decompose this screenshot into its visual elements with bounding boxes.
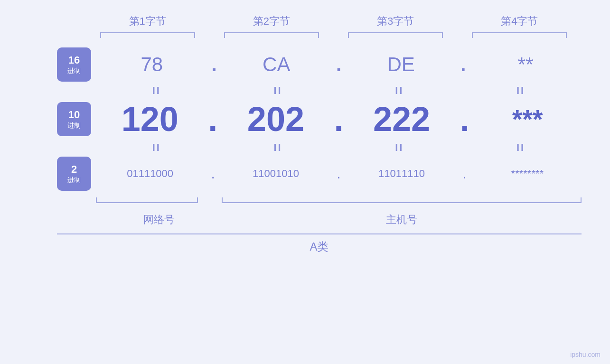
eq2-b2: II bbox=[231, 141, 326, 154]
bin-b4: ******** bbox=[480, 168, 575, 180]
dec-b2: 202 bbox=[228, 100, 323, 139]
eq1-b4: II bbox=[473, 84, 568, 97]
dec-dot2: . bbox=[334, 100, 343, 139]
eq2-b3: II bbox=[352, 141, 447, 154]
hex-dot1: . bbox=[211, 54, 216, 75]
equals-row-1: II II II II bbox=[57, 84, 582, 97]
bottom-labels: 网络号 主机号 bbox=[96, 213, 582, 227]
hex-row: 16 进制 78 . CA . DE . ** bbox=[57, 47, 582, 82]
hex-badge: 16 进制 bbox=[57, 47, 91, 82]
bin-b2: 11001010 bbox=[228, 168, 323, 180]
bottom-bracket-area: 网络号 主机号 bbox=[57, 197, 582, 227]
bin-dot2: . bbox=[337, 166, 340, 182]
eq2-b4: II bbox=[473, 141, 568, 154]
bracket-b1 bbox=[100, 32, 195, 38]
bin-row: 2 进制 01111000 . 11001010 . 11011110 . **… bbox=[57, 157, 582, 191]
dec-values: 120 . 202 . 222 . *** bbox=[96, 100, 582, 139]
net-label: 网络号 bbox=[96, 213, 222, 227]
main-container: 第1字节 第2字节 第3字节 第4字节 16 进制 78 . CA . DE bbox=[0, 0, 610, 364]
hex-dot2: . bbox=[336, 54, 341, 75]
eq1-b1: II bbox=[109, 84, 204, 97]
host-bracket bbox=[222, 197, 582, 203]
class-row: A类 bbox=[57, 233, 582, 254]
hex-values: 78 . CA . DE . ** bbox=[96, 53, 582, 76]
header-row: 第1字节 第2字节 第3字节 第4字节 bbox=[57, 14, 582, 28]
bin-b3: 11011110 bbox=[354, 168, 449, 180]
dec-dot1: . bbox=[208, 100, 217, 139]
hex-b3: DE bbox=[354, 53, 449, 76]
bracket-b3 bbox=[348, 32, 443, 38]
net-bracket bbox=[96, 197, 198, 203]
byte3-label: 第3字节 bbox=[348, 14, 443, 28]
dec-dot3: . bbox=[460, 100, 469, 139]
bin-dot1: . bbox=[211, 166, 215, 182]
dec-row: 10 进制 120 . 202 . 222 . *** bbox=[57, 100, 582, 139]
class-bracket-line bbox=[57, 233, 582, 234]
byte1-label: 第1字节 bbox=[100, 14, 195, 28]
eq1-b2: II bbox=[231, 84, 326, 97]
dec-badge: 10 进制 bbox=[57, 102, 91, 136]
dec-b1: 120 bbox=[103, 100, 197, 139]
hex-b2: CA bbox=[229, 53, 324, 76]
top-brackets bbox=[57, 32, 582, 38]
bin-b1: 01111000 bbox=[103, 168, 197, 180]
class-label: A类 bbox=[57, 239, 582, 254]
dec-b3: 222 bbox=[354, 100, 449, 139]
hex-b1: 78 bbox=[104, 53, 199, 76]
hex-b4: ** bbox=[478, 53, 573, 76]
bracket-b4 bbox=[472, 32, 567, 38]
byte2-label: 第2字节 bbox=[224, 14, 319, 28]
eq1-b3: II bbox=[352, 84, 447, 97]
bin-badge: 2 进制 bbox=[57, 157, 91, 191]
hex-dot3: . bbox=[460, 54, 466, 75]
bracket-b2 bbox=[224, 32, 319, 38]
host-label: 主机号 bbox=[222, 213, 582, 227]
equals-row-2: II II II II bbox=[57, 141, 582, 154]
bin-values: 01111000 . 11001010 . 11011110 . *******… bbox=[96, 166, 582, 182]
eq2-b1: II bbox=[109, 141, 204, 154]
dec-b4: *** bbox=[480, 104, 575, 134]
watermark: ipshu.com bbox=[570, 351, 601, 358]
byte4-label: 第4字节 bbox=[472, 14, 567, 28]
bin-dot3: . bbox=[462, 166, 466, 182]
